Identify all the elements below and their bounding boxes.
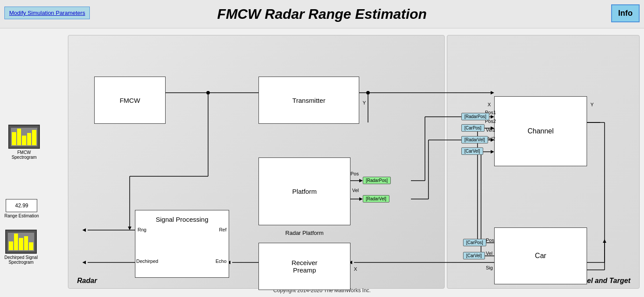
car-vel-tag-channel: [CarVel] [461, 147, 483, 155]
dechirped-spectrogram-display [5, 230, 37, 254]
car-vel-port: Vel [486, 251, 492, 256]
dechirped-spectrogram-widget[interactable]: Dechirped Signal Spectrogram [4, 230, 38, 265]
fmcw-block[interactable]: FMCW [94, 77, 166, 124]
radar-pos-tag-1: [RadarPos] [363, 177, 391, 184]
car-block[interactable]: Car Pos Vel Sig [494, 227, 587, 284]
transmitter-block[interactable]: Transmitter Y [258, 77, 359, 124]
radar-section-label: Radar [77, 277, 97, 285]
channel-block[interactable]: Channel X Pos1 Pos2 Vel1 Vel2 Y [494, 96, 587, 166]
main-canvas: Radar Channel and Target Copyright 2014-… [0, 28, 644, 297]
radar-platform-label: Radar Platform [258, 230, 350, 236]
car-pos-port: Pos [486, 238, 494, 243]
receiver-preamp-block[interactable]: Receiver Preamp X [258, 243, 350, 290]
radar-vel-tag-2: [RadarVel] [461, 136, 488, 143]
signal-processing-block[interactable]: Signal Processing Rng Ref Dechirped Echo [135, 210, 229, 278]
platform-vel-port: Vel [352, 188, 359, 193]
ref-port: Ref [219, 227, 226, 232]
range-estimation-widget[interactable]: 42.99 Range Estimation [4, 199, 39, 218]
platform-pos-port: Pos [350, 171, 359, 176]
car-pos-tag-out: [CarPos] [463, 239, 486, 246]
dechirped-spectrogram-label: Dechirped Signal Spectrogram [4, 255, 38, 265]
car-vel-tag-out: [CarVel] [463, 252, 485, 259]
echo-port: Echo [216, 259, 226, 264]
fmcw-spectrogram-widget[interactable]: FMCW Spectrogram [4, 125, 44, 160]
left-sidebar: FMCW Spectrogram 42.99 Range Estimation [0, 28, 68, 297]
range-estimation-label: Range Estimation [4, 213, 39, 218]
platform-block[interactable]: Platform Pos Vel [258, 157, 350, 225]
radar-section: Radar [68, 35, 445, 289]
fmcw-spectrogram-label: FMCW Spectrogram [4, 150, 44, 160]
channel-x-port: X [488, 102, 491, 107]
range-value-display: 42.99 [6, 199, 37, 212]
channel-y-port: Y [591, 102, 594, 107]
channel-vel1-port: Vel1 [486, 127, 495, 133]
header: Modify Simulation Parameters FMCW Radar … [0, 0, 644, 28]
modify-simulation-button[interactable]: Modify Simulation Parameters [4, 7, 90, 19]
car-sig-port: Sig [486, 265, 493, 270]
radar-vel-tag-1: [RadarVel] [363, 195, 389, 203]
page-title: FMCW Radar Range Estimation [217, 6, 427, 22]
transmitter-y-port: Y [363, 100, 366, 105]
info-button[interactable]: Info [611, 4, 640, 22]
fmcw-spectrogram-display [8, 125, 40, 149]
receiver-x-port: X [354, 266, 357, 272]
rng-port: Rng [138, 227, 146, 232]
radar-pos-tag-2: [RadarPos] [461, 113, 489, 120]
dechirped-port: Dechirped [136, 259, 158, 264]
car-pos-tag-channel: [CarPos] [461, 124, 485, 132]
